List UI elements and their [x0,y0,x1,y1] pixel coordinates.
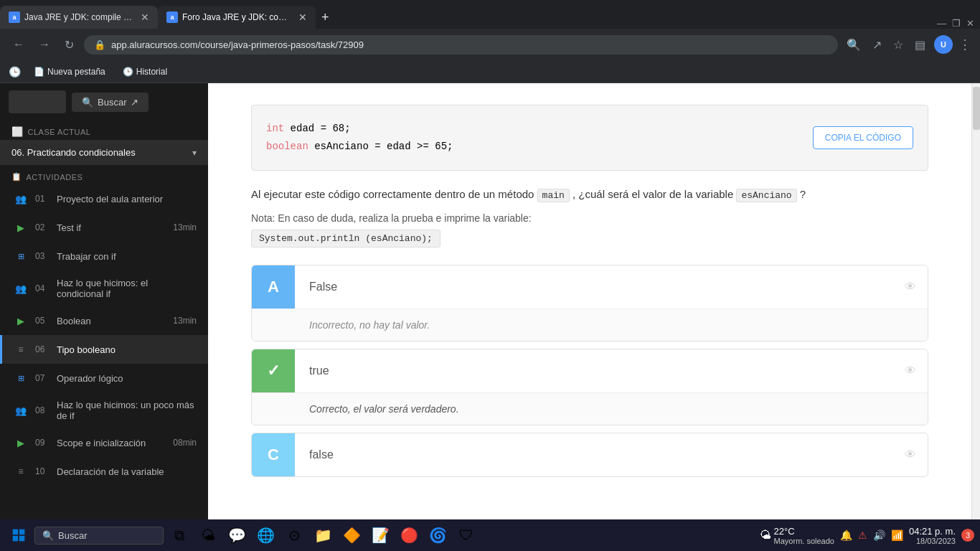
warning-icon[interactable]: ⚠ [858,529,867,541]
minimize-button[interactable]: — [937,18,946,29]
tab-2-close[interactable]: ✕ [298,11,307,23]
item-07-num: 07 [35,373,50,383]
sidebar-item-06[interactable]: ≡ 06 Tipo booleano [0,335,208,364]
bookmark-historial[interactable]: 🕒 Historial [118,65,171,78]
system-tray: 🔔 ⚠ 🔊 📶 [840,529,903,541]
weather-widget[interactable]: 🌤 22°C Mayorm. soleado [760,526,834,545]
code-line-1: int edad = 68; [266,120,453,138]
temperature-label: 22°C [774,526,834,537]
external-link-icon: ↗ [131,97,138,108]
code-println: System.out.println (esAnciano); [251,230,440,248]
sidebar-icon[interactable]: ▤ [912,35,928,55]
sidebar-item-01[interactable]: 👥 01 Proyecto del aula anterior [0,184,208,213]
taskbar-word[interactable]: 📝 [367,522,393,548]
profile-button[interactable]: U [934,35,953,54]
question-part3: ? [800,188,806,200]
item-07-title: Operador lógico [57,373,197,384]
tab-1[interactable]: a Java JRE y JDK: compile y execute... ✕ [0,6,158,29]
tab-1-close[interactable]: ✕ [141,11,149,23]
clase-actual-label: ⬜ CLASE ACTUAL [0,121,208,140]
answer-option-a[interactable]: A False 👁 Incorrecto, no hay tal valor. [251,265,928,342]
item-06-title: Tipo booleano [57,344,197,355]
start-button[interactable] [6,522,32,548]
history-back-icon: 🕒 [9,66,21,77]
item-05-duration: 13min [173,316,197,326]
answer-c-value: false [309,448,334,461]
main-layout: 🔍 Buscar ↗ ⬜ CLASE ACTUAL 06. Practicand… [0,83,980,551]
taskbar-teams[interactable]: 💬 [224,522,250,548]
item-08-num: 08 [35,405,50,415]
code-rest-2: esAnciano = edad >= 65; [308,141,453,152]
taskbar-search-bar[interactable]: 🔍 Buscar [34,527,164,545]
taskbar-chrome[interactable]: ⊙ [281,522,307,548]
sidebar-item-03[interactable]: ⊞ 03 Trabajar con if [0,242,208,270]
answer-b-eye[interactable]: 👁 [893,349,928,392]
taskbar-task-view[interactable]: ⧉ [166,522,192,548]
taskbar-vpn[interactable]: 🛡 [453,522,479,548]
url-bar[interactable]: 🔒 app.aluracursos.com/course/java-primer… [84,35,838,55]
refresh-button[interactable]: ↻ [60,37,78,53]
volume-icon[interactable]: 🔊 [873,529,885,541]
sidebar-item-07[interactable]: ⊞ 07 Operador lógico [0,364,208,392]
task-icon: ⊞ [14,249,28,263]
sidebar-item-04[interactable]: 👥 04 Haz lo que hicimos: el condicional … [0,270,208,306]
current-lesson-label: 06. Practicando condicionales [11,147,136,158]
sidebar-item-08[interactable]: 👥 08 Haz lo que hicimos: un poco más de … [0,392,208,428]
answer-option-b[interactable]: ✓ true 👁 Correcto, el valor será verdade… [251,349,928,425]
list-icon-06: ≡ [14,342,28,357]
taskbar-app2[interactable]: 🔴 [396,522,422,548]
bookmark-nueva-pestana[interactable]: 📄 Nueva pestaña [29,65,110,78]
share-icon[interactable]: ↗ [870,35,885,55]
new-tab-button[interactable]: + [316,10,335,25]
sidebar-item-02[interactable]: ▶ 02 Test if 13min [0,213,208,242]
sidebar-item-09[interactable]: ▶ 09 Scope e inicialización 08min [0,428,208,457]
answer-option-c[interactable]: C false 👁 [251,433,928,477]
video-icon-09: ▶ [14,435,28,450]
answer-a-eye[interactable]: 👁 [893,265,928,309]
bookmarks-bar: 🕒 📄 Nueva pestaña 🕒 Historial [0,60,980,83]
content-area: int edad = 68; boolean esAnciano = edad … [208,83,971,551]
taskbar-widgets[interactable]: 🌤 [195,522,221,548]
sidebar-search-button[interactable]: 🔍 Buscar ↗ [72,93,149,112]
menu-button[interactable]: ⋮ [958,37,971,52]
scrollbar-thumb[interactable] [973,87,980,130]
date-display: 18/03/2023 [909,537,956,545]
inline-main: main [537,189,570,202]
answer-a-value: False [309,281,337,293]
current-lesson-item[interactable]: 06. Practicando condicionales ▾ [0,140,208,165]
pair-icon-08: 👥 [14,403,28,418]
network-icon[interactable]: 📶 [891,529,903,541]
sidebar-search-area: 🔍 Buscar ↗ [0,83,208,121]
sidebar-item-05[interactable]: ▶ 05 Boolean 13min [0,306,208,335]
item-03-num: 03 [35,251,50,261]
notification-badge[interactable]: 3 [961,529,974,542]
notification-icon[interactable]: 🔔 [840,529,852,541]
maximize-button[interactable]: ❐ [952,18,961,29]
weather-info: 22°C Mayorm. soleado [774,526,834,545]
sidebar-item-10[interactable]: ≡ 10 Declaración de la variable [0,457,208,486]
answer-c-eye[interactable]: 👁 [893,433,928,476]
tab-1-favicon: a [9,11,20,23]
answer-a-feedback-text: Incorrecto, no hay tal valor. [309,319,430,331]
tab-2[interactable]: a Foro Java JRE y JDK: compile y ej... ✕ [158,6,316,29]
list-icon-10: ≡ [14,464,28,479]
forward-button[interactable]: → [34,37,55,52]
taskbar-app-icons: ⧉ 🌤 💬 🌐 ⊙ 📁 🔶 📝 🔴 🌀 🛡 [166,522,479,548]
nueva-pestana-label: Nueva pestaña [47,67,105,77]
historial-label: Historial [136,67,167,77]
item-03-title: Trabajar con if [57,251,197,262]
bookmark-icon[interactable]: ☆ [890,35,906,55]
item-04-num: 04 [35,283,50,293]
scrollbar[interactable] [971,83,980,551]
taskbar-browser2[interactable]: 🌀 [425,522,451,548]
search-icon[interactable]: 🔍 [844,35,864,55]
close-button[interactable]: ✕ [966,18,974,29]
taskbar-edge[interactable]: 🌐 [253,522,278,548]
taskbar-app1[interactable]: 🔶 [339,522,364,548]
copy-code-button[interactable]: COPIA EL CÓDIGO [813,126,913,149]
item-09-title: Scope e inicialización [57,438,166,448]
taskbar-files[interactable]: 📁 [310,522,336,548]
historial-icon: 🕒 [123,67,133,77]
clock[interactable]: 04:21 p. m. 18/03/2023 [909,526,956,545]
back-button[interactable]: ← [9,37,29,52]
